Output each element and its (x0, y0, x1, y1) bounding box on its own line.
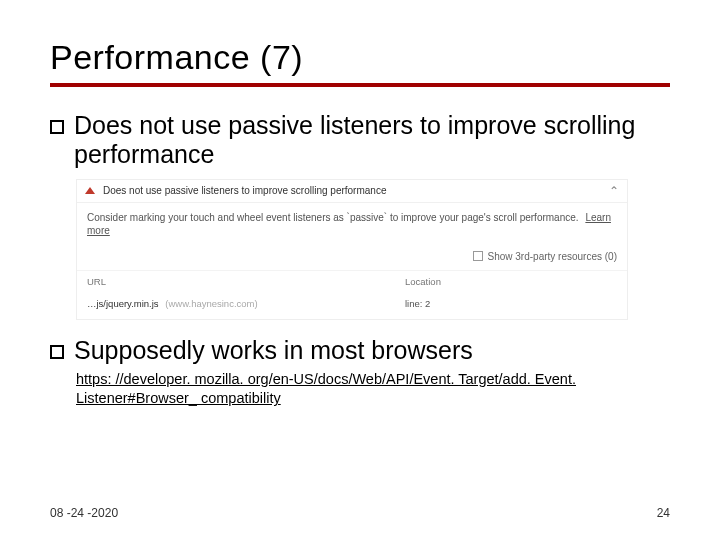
audit-header-row: Does not use passive listeners to improv… (77, 180, 627, 203)
audit-options-row: Show 3rd-party resources (0) (77, 247, 627, 270)
bullet-text: Does not use passive listeners to improv… (74, 111, 670, 169)
audit-table-row: …js/jquery.min.js (www.haynesinc.com) li… (77, 292, 627, 319)
mdn-link[interactable]: https: //developer. mozilla. org/en-US/d… (76, 371, 576, 406)
title-underline (50, 83, 670, 87)
footer-date: 08 -24 -2020 (50, 506, 118, 520)
slide-footer: 08 -24 -2020 24 (50, 506, 670, 520)
bullet-sublink: https: //developer. mozilla. org/en-US/d… (76, 370, 670, 408)
cell-url: …js/jquery.min.js (www.haynesinc.com) (87, 298, 405, 309)
cell-url-path: …js/jquery.min.js (87, 298, 159, 309)
cell-url-host: (www.haynesinc.com) (165, 298, 257, 309)
audit-panel: Does not use passive listeners to improv… (76, 179, 628, 320)
audit-table-header: URL Location (77, 270, 627, 292)
audit-title: Does not use passive listeners to improv… (103, 185, 609, 196)
slide-title: Performance (7) (50, 38, 670, 77)
slide: Performance (7) Does not use passive lis… (0, 0, 720, 540)
square-bullet-icon (50, 120, 64, 134)
col-header-location: Location (405, 276, 617, 287)
warning-triangle-icon (85, 187, 95, 194)
chevron-up-icon: ⌃ (609, 184, 619, 198)
audit-description: Consider marking your touch and wheel ev… (77, 203, 627, 247)
slide-body: Does not use passive listeners to improv… (50, 111, 670, 506)
bullet-item: Supposedly works in most browsers (50, 336, 670, 365)
square-bullet-icon (50, 345, 64, 359)
col-header-url: URL (87, 276, 405, 287)
footer-page-number: 24 (657, 506, 670, 520)
cell-location: line: 2 (405, 298, 617, 309)
audit-description-text: Consider marking your touch and wheel ev… (87, 212, 579, 223)
checkbox-icon[interactable] (473, 251, 483, 261)
bullet-text: Supposedly works in most browsers (74, 336, 473, 365)
show-third-party-label: Show 3rd-party resources (0) (488, 251, 618, 262)
bullet-item: Does not use passive listeners to improv… (50, 111, 670, 169)
